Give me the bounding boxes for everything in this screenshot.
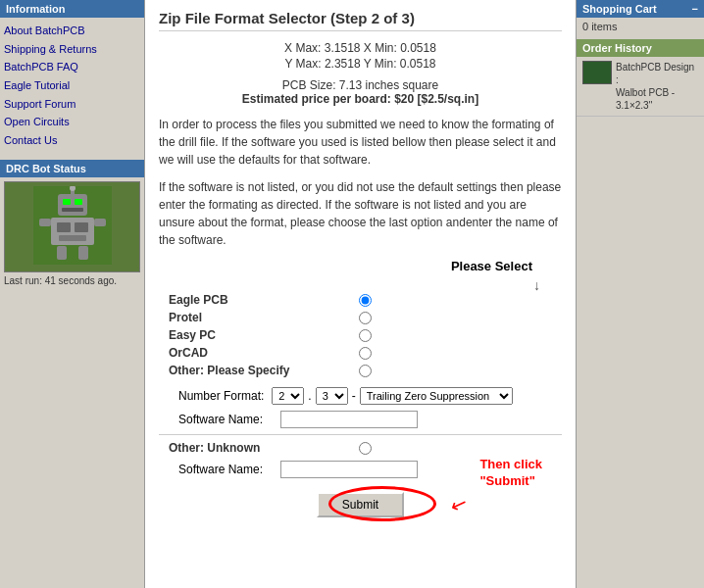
submit-arrow-icon: ↙ bbox=[447, 490, 471, 517]
radio-row-other-specify: Other: Please Specify bbox=[159, 364, 562, 377]
software-name-label-1: Software Name: bbox=[178, 413, 277, 426]
cart-toggle[interactable]: − bbox=[692, 3, 698, 15]
svg-rect-1 bbox=[58, 194, 87, 216]
dot-separator: . bbox=[308, 389, 311, 403]
pcb-info: PCB Size: 7.13 inches square Estimated p… bbox=[159, 78, 562, 106]
radio-row-orcad: OrCAD bbox=[159, 346, 562, 360]
main-content: Zip File Format Selector (Step 2 of 3) X… bbox=[145, 0, 577, 588]
svg-rect-13 bbox=[57, 246, 67, 260]
software-name-input-2[interactable] bbox=[280, 461, 418, 478]
other-unknown-label: Other: Unknown bbox=[159, 441, 355, 455]
software-radio-group: Eagle PCB ← Selectthis Protel Easy PC O bbox=[159, 293, 562, 377]
sidebar-link-eagle[interactable]: Eagle Tutorial bbox=[4, 76, 140, 95]
cart-items-count: 0 items bbox=[577, 18, 704, 35]
other-unknown-radio[interactable] bbox=[359, 442, 372, 455]
svg-rect-14 bbox=[78, 246, 88, 260]
eagle-pcb-label: Eagle PCB bbox=[159, 293, 355, 307]
radio-row-other-unknown: Other: Unknown bbox=[159, 441, 562, 455]
svg-rect-12 bbox=[94, 219, 106, 226]
order-thumbnail bbox=[582, 61, 612, 84]
order-history-header: Order History bbox=[577, 39, 704, 57]
easypc-radio[interactable] bbox=[359, 329, 372, 342]
number-format-row: Number Format: 2 3 . 3 2 - Trailing Zero… bbox=[178, 387, 562, 405]
eagle-pcb-radio[interactable] bbox=[359, 294, 372, 307]
software-name-input-1[interactable] bbox=[280, 411, 418, 428]
trailing-zero-select[interactable]: Trailing Zero Suppression Leading Zero S… bbox=[360, 387, 513, 405]
description-2: If the software is not listed, or you di… bbox=[159, 178, 562, 249]
format-left-select[interactable]: 2 3 bbox=[272, 387, 304, 405]
svg-rect-4 bbox=[62, 208, 83, 212]
submit-annotation-text: Then click"Submit" bbox=[479, 457, 542, 490]
orcad-label: OrCAD bbox=[159, 346, 355, 360]
arrow-down-indicator: ↓ bbox=[159, 277, 562, 293]
orcad-radio[interactable] bbox=[359, 347, 372, 360]
submit-button[interactable]: Submit bbox=[317, 492, 404, 517]
dash-separator: - bbox=[352, 389, 356, 403]
sidebar-link-about[interactable]: About BatchPCB bbox=[4, 22, 140, 40]
sidebar-nav: About BatchPCB Shipping & Returns BatchP… bbox=[0, 20, 144, 152]
divider bbox=[159, 434, 562, 435]
coords-section: X Max: 3.1518 X Min: 0.0518 Y Max: 2.351… bbox=[159, 41, 562, 71]
please-select-label: Please Select bbox=[159, 259, 562, 273]
drc-header: DRC Bot Status bbox=[0, 160, 144, 177]
protel-label: Protel bbox=[159, 311, 355, 324]
sidebar-link-contact[interactable]: Contact Us bbox=[4, 131, 140, 150]
sidebar-link-faq[interactable]: BatchPCB FAQ bbox=[4, 58, 140, 76]
cart-header: Shopping Cart − bbox=[577, 0, 704, 18]
order-item-label: BatchPCB Design :Walbot PCB - 3.1×2.3" bbox=[616, 61, 698, 112]
page-title: Zip File Format Selector (Step 2 of 3) bbox=[159, 10, 562, 31]
sidebar-link-circuits[interactable]: Open Circuits bbox=[4, 113, 140, 131]
pcb-size: PCB Size: 7.13 inches square bbox=[159, 78, 562, 92]
radio-row-protel: Protel bbox=[159, 311, 562, 324]
easypc-label: Easy PC bbox=[159, 328, 355, 342]
svg-rect-2 bbox=[63, 199, 71, 205]
svg-rect-11 bbox=[39, 219, 51, 226]
svg-rect-3 bbox=[75, 199, 82, 205]
protel-radio[interactable] bbox=[359, 312, 372, 324]
last-run-text: Last run: 41 seconds ago. bbox=[0, 272, 144, 289]
other-specify-radio[interactable] bbox=[359, 365, 372, 377]
other-specify-label: Other: Please Specify bbox=[159, 364, 355, 377]
format-right-select[interactable]: 3 2 bbox=[316, 387, 348, 405]
svg-rect-8 bbox=[57, 222, 71, 232]
sidebar-link-support[interactable]: Support Forum bbox=[4, 95, 140, 114]
software-name-label-2: Software Name: bbox=[178, 463, 277, 476]
submit-section: Submit Then click"Submit" ↙ bbox=[159, 492, 562, 517]
svg-rect-9 bbox=[75, 222, 88, 232]
radio-row-eagle: Eagle PCB ← Selectthis bbox=[159, 293, 562, 307]
right-sidebar: Shopping Cart − 0 items Order History Ba… bbox=[577, 0, 704, 588]
robot-icon bbox=[33, 186, 112, 265]
x-coords: X Max: 3.1518 X Min: 0.0518 bbox=[159, 41, 562, 55]
radio-row-easypc: Easy PC bbox=[159, 328, 562, 342]
software-name-row-1: Software Name: bbox=[178, 411, 562, 428]
y-coords: Y Max: 2.3518 Y Min: 0.0518 bbox=[159, 57, 562, 71]
svg-rect-10 bbox=[59, 235, 86, 241]
sidebar-link-shipping[interactable]: Shipping & Returns bbox=[4, 40, 140, 59]
cart-title: Shopping Cart bbox=[582, 3, 657, 15]
order-history-item: BatchPCB Design :Walbot PCB - 3.1×2.3" bbox=[577, 57, 704, 117]
number-format-label: Number Format: bbox=[178, 389, 264, 403]
info-header: Information bbox=[0, 0, 144, 18]
left-sidebar: Information About BatchPCB Shipping & Re… bbox=[0, 0, 145, 588]
estimated-price: Estimated price per board: $20 [$2.5/sq.… bbox=[159, 92, 562, 106]
robot-image-container bbox=[4, 181, 140, 272]
description-1: In order to process the files you submit… bbox=[159, 116, 562, 169]
